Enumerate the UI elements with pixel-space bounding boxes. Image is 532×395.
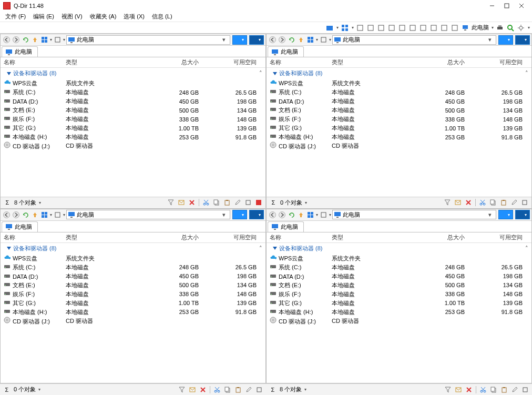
- col-free[interactable]: 可用空间: [468, 232, 526, 243]
- col-name[interactable]: 名称: [267, 232, 329, 243]
- address-input[interactable]: [77, 211, 221, 218]
- list-item[interactable]: 文档 (E:) 本地磁盘 500 GB 134 GB: [1, 106, 265, 115]
- address-input[interactable]: [343, 211, 487, 218]
- filter-icon[interactable]: [444, 386, 452, 393]
- forward-button[interactable]: [12, 36, 20, 44]
- list-item[interactable]: CD 驱动器 (J:) CD 驱动器: [267, 141, 531, 150]
- paste-icon[interactable]: [234, 386, 242, 393]
- list-item[interactable]: WPS云盘 系统文件夹: [1, 254, 265, 263]
- tab-computer[interactable]: 此电脑: [2, 46, 38, 57]
- cut-icon[interactable]: [213, 386, 221, 393]
- list-item[interactable]: 本地磁盘 (H:) 本地磁盘 253 GB 91.8 GB: [267, 133, 531, 141]
- group-header[interactable]: 设备和驱动器 (8) ˄: [1, 243, 265, 254]
- edit-icon[interactable]: [510, 199, 518, 206]
- close-button[interactable]: [514, 1, 529, 11]
- col-free[interactable]: 可用空间: [202, 57, 260, 68]
- list-item[interactable]: 娱乐 (F:) 本地磁盘 338 GB 148 GB: [267, 290, 531, 299]
- list-item[interactable]: 其它 (G:) 本地磁盘 1.00 TB 139 GB: [1, 124, 265, 133]
- back-button[interactable]: [2, 36, 11, 44]
- mail-icon[interactable]: [455, 386, 462, 393]
- delete-icon[interactable]: [188, 199, 196, 206]
- col-size[interactable]: 总大小: [139, 57, 202, 68]
- group-header[interactable]: 设备和驱动器 (8) ˄: [1, 68, 265, 79]
- list-item[interactable]: 本地磁盘 (H:) 本地磁盘 253 GB 91.8 GB: [1, 308, 265, 317]
- list-item[interactable]: 系统 (C:) 本地磁盘 248 GB 26.5 GB: [267, 88, 531, 97]
- file-list[interactable]: 设备和驱动器 (8) ˄ WPS云盘 系统文件夹 系统 (C:) 本地磁盘 24…: [267, 243, 531, 383]
- back-button[interactable]: [2, 210, 11, 219]
- col-type[interactable]: 类型: [329, 232, 405, 243]
- list-item[interactable]: DATA (D:) 本地磁盘 450 GB 198 GB: [1, 272, 265, 281]
- minimize-button[interactable]: [485, 1, 499, 11]
- file-list[interactable]: 设备和驱动器 (8) ˄ WPS云盘 系统文件夹 系统 (C:) 本地磁盘 24…: [267, 68, 531, 197]
- edit-icon[interactable]: [234, 199, 241, 206]
- menu-info[interactable]: 信息 (L): [149, 12, 176, 22]
- delete-icon[interactable]: [465, 386, 473, 393]
- properties-icon[interactable]: [244, 199, 252, 206]
- delete-icon[interactable]: [199, 386, 207, 393]
- record-icon[interactable]: [255, 199, 262, 206]
- square-icon[interactable]: [429, 24, 438, 32]
- refresh-button[interactable]: [21, 36, 29, 44]
- list-item[interactable]: 娱乐 (F:) 本地磁盘 338 GB 148 GB: [267, 115, 531, 124]
- col-type[interactable]: 类型: [63, 232, 139, 243]
- list-item[interactable]: 本地磁盘 (H:) 本地磁盘 253 GB 91.8 GB: [267, 308, 531, 317]
- view-button-1[interactable]: ▾: [232, 210, 247, 219]
- mail-icon[interactable]: [189, 386, 196, 393]
- list-item[interactable]: 文档 (E:) 本地磁盘 500 GB 134 GB: [267, 106, 531, 115]
- group-header[interactable]: 设备和驱动器 (8) ˄: [267, 68, 531, 79]
- list-item[interactable]: WPS云盘 系统文件夹: [1, 79, 265, 88]
- list-item[interactable]: DATA (D:) 本地磁盘 450 GB 198 GB: [267, 272, 531, 281]
- address-dropdown[interactable]: ▾: [222, 36, 229, 43]
- chevron-up-icon[interactable]: ˄: [259, 245, 262, 252]
- menu-extras[interactable]: 选项 (X): [120, 12, 148, 22]
- address-bar[interactable]: ▾: [66, 210, 230, 219]
- tab-computer[interactable]: 此电脑: [2, 221, 38, 232]
- refresh-button[interactable]: [287, 210, 295, 219]
- cut-icon[interactable]: [479, 199, 486, 206]
- mail-icon[interactable]: [454, 199, 462, 206]
- paste-icon[interactable]: [223, 199, 231, 206]
- copy-icon[interactable]: [489, 199, 497, 206]
- view-button-1[interactable]: ▾: [498, 210, 513, 219]
- list-item[interactable]: 系统 (C:) 本地磁盘 248 GB 26.5 GB: [267, 263, 531, 272]
- square-icon[interactable]: [366, 24, 375, 32]
- list-item[interactable]: WPS云盘 系统文件夹: [267, 79, 531, 88]
- address-input[interactable]: [77, 36, 221, 44]
- chevron-up-icon[interactable]: ˄: [259, 70, 262, 77]
- view-button-2[interactable]: ▾: [249, 35, 264, 45]
- view-button-2[interactable]: ▾: [515, 35, 530, 45]
- fav-menu-icon[interactable]: [53, 36, 62, 44]
- list-item[interactable]: WPS云盘 系统文件夹: [267, 254, 531, 263]
- address-dropdown[interactable]: ▾: [488, 211, 495, 218]
- filter-icon[interactable]: [178, 386, 186, 393]
- forward-button[interactable]: [12, 210, 20, 219]
- properties-icon[interactable]: [521, 199, 528, 206]
- list-item[interactable]: 系统 (C:) 本地磁盘 248 GB 26.5 GB: [1, 88, 265, 97]
- filter-icon[interactable]: [167, 199, 175, 206]
- menu-view[interactable]: 视图 (V): [58, 12, 86, 22]
- view-button-2[interactable]: ▾: [515, 210, 530, 219]
- group-header[interactable]: 设备和驱动器 (8) ˄: [267, 243, 531, 254]
- tab-computer[interactable]: 此电脑: [268, 221, 304, 232]
- col-size[interactable]: 总大小: [139, 232, 202, 243]
- list-item[interactable]: CD 驱动器 (J:) CD 驱动器: [1, 141, 265, 150]
- forward-button[interactable]: [278, 210, 286, 219]
- list-item[interactable]: 其它 (G:) 本地磁盘 1.00 TB 139 GB: [1, 299, 265, 308]
- square-icon[interactable]: [398, 24, 406, 32]
- list-item[interactable]: 娱乐 (F:) 本地磁盘 338 GB 148 GB: [1, 115, 265, 124]
- fav-menu-icon[interactable]: [319, 210, 328, 219]
- address-dropdown[interactable]: ▾: [222, 211, 229, 218]
- up-button[interactable]: [296, 210, 305, 219]
- square-icon[interactable]: [451, 24, 459, 32]
- menu-edit[interactable]: 编辑 (E): [30, 12, 57, 22]
- edit-icon[interactable]: [245, 386, 252, 393]
- tab-computer[interactable]: 此电脑: [268, 46, 304, 57]
- paste-icon[interactable]: [500, 386, 508, 393]
- filter-icon[interactable]: [444, 199, 451, 206]
- col-name[interactable]: 名称: [1, 57, 63, 68]
- list-item[interactable]: 娱乐 (F:) 本地磁盘 338 GB 148 GB: [1, 290, 265, 299]
- col-size[interactable]: 总大小: [405, 57, 468, 68]
- delete-icon[interactable]: [465, 199, 472, 206]
- chevron-up-icon[interactable]: ˄: [525, 70, 528, 77]
- list-item[interactable]: 其它 (G:) 本地磁盘 1.00 TB 139 GB: [267, 299, 531, 308]
